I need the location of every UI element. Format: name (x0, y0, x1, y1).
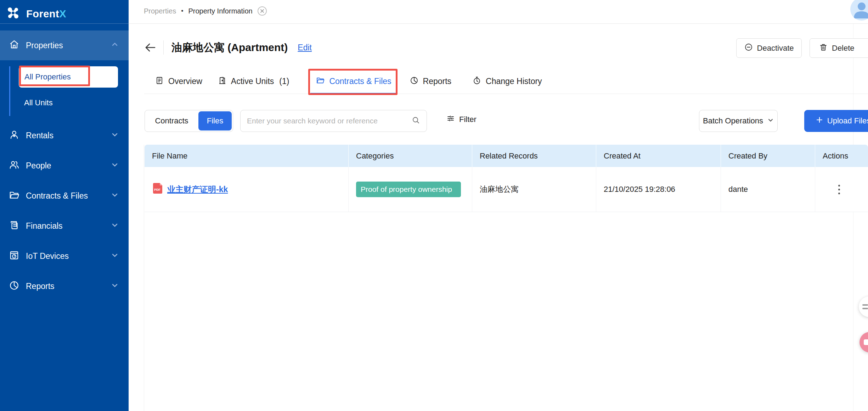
device-icon (9, 250, 19, 263)
chevron-down-icon (767, 116, 774, 126)
delete-button[interactable]: Delete (810, 38, 868, 58)
delete-label: Delete (832, 44, 855, 53)
sidebar-item-financials[interactable]: Financials (0, 211, 129, 241)
active-tab-underline (310, 93, 397, 94)
pie-chart-icon (9, 280, 19, 293)
sidebar-item-label: Properties (26, 41, 111, 50)
search-box (240, 110, 427, 132)
sidebar-item-reports[interactable]: Reports (0, 271, 129, 301)
chevron-down-icon (111, 221, 119, 231)
batch-operations-label: Batch Operations (703, 116, 763, 126)
breadcrumb-separator: • (181, 7, 183, 15)
stopwatch-icon (473, 76, 481, 87)
title-divider (163, 40, 164, 55)
chevron-down-icon (111, 282, 119, 291)
sidebar-item-properties[interactable]: Properties (0, 30, 129, 60)
file-link[interactable]: 业主财产证明-kk (167, 184, 228, 195)
sidebar-item-label: All Units (24, 98, 53, 107)
deactivate-button[interactable]: Deactivate (736, 38, 802, 58)
chevron-down-icon (111, 131, 119, 141)
tab-contracts-files[interactable]: Contracts & Files (316, 69, 391, 94)
filter-button[interactable]: Filter (446, 114, 477, 125)
cell-actions (815, 167, 868, 212)
column-header-actions: Actions (815, 145, 868, 167)
plus-icon (816, 116, 823, 126)
edit-link[interactable]: Edit (298, 43, 312, 52)
tabs: Overview Active Units (1) Contracts & Fi… (144, 69, 868, 94)
chevron-down-icon (111, 161, 119, 171)
table-header: File Name Categories Related Records Cre… (145, 145, 868, 167)
sidebar-item-label: All Properties (24, 72, 71, 82)
kebab-menu-icon[interactable] (838, 185, 840, 194)
tab-overview[interactable]: Overview (155, 69, 202, 94)
sliders-icon (446, 114, 455, 125)
toolbar: Contracts Files Filter Batch Operations (145, 110, 868, 132)
svg-text:PDF: PDF (154, 188, 161, 191)
sidebar-item-label: IoT Devices (26, 251, 111, 261)
back-arrow-icon[interactable] (144, 42, 156, 53)
filter-label: Filter (459, 115, 477, 124)
home-icon (9, 39, 19, 52)
column-header-created-at: Created At (596, 145, 721, 167)
sidebar-item-people[interactable]: People (0, 151, 129, 181)
tab-count: (1) (279, 77, 289, 86)
column-header-categories: Categories (348, 145, 472, 167)
documents-icon (9, 220, 19, 233)
cell-created-at: 21/10/2025 19:28:06 (596, 167, 721, 212)
sidebar-item-label: People (26, 161, 111, 171)
sidebar-item-iot-devices[interactable]: IoT Devices (0, 241, 129, 271)
cell-categories: Proof of property ownership (348, 167, 472, 212)
tab-reports[interactable]: Reports (410, 69, 452, 94)
upload-files-button[interactable]: Upload Files (804, 110, 868, 132)
logo-network-x-icon (6, 6, 21, 22)
brand-name: ForentX (26, 8, 66, 20)
chevron-down-icon (111, 191, 119, 201)
segment-contracts[interactable]: Contracts (145, 116, 198, 126)
folder-icon (316, 76, 325, 87)
category-tag: Proof of property ownership (356, 182, 461, 197)
cell-related-records: 油麻地公寓 (472, 167, 596, 212)
tab-label: Contracts & Files (329, 77, 391, 86)
tab-label: Overview (168, 77, 202, 86)
pdf-file-icon: PDF (152, 182, 163, 196)
sidebar-item-label: Contracts & Files (26, 191, 111, 201)
tab-change-history[interactable]: Change History (473, 69, 542, 94)
deactivate-label: Deactivate (757, 44, 794, 53)
sidebar-item-contracts-files[interactable]: Contracts & Files (0, 181, 129, 211)
close-circle-icon[interactable] (258, 6, 267, 16)
sidebar-item-label: Reports (26, 282, 111, 291)
tab-label: Change History (486, 77, 542, 86)
brand-logo[interactable]: ForentX (0, 0, 129, 23)
segment-files[interactable]: Files (198, 111, 232, 130)
page-title: 油麻地公寓 (Apartment) (171, 40, 288, 55)
person-icon (9, 129, 19, 142)
sidebar-item-label: Financials (26, 221, 111, 231)
chevron-down-icon (111, 251, 119, 261)
submenu-indicator-line (9, 66, 10, 116)
breadcrumb-parent[interactable]: Properties (144, 7, 176, 15)
column-header-related-records: Related Records (472, 145, 596, 167)
sidebar-menu: Rentals People Contracts & Files (0, 121, 129, 301)
chevron-up-icon (111, 40, 119, 50)
tab-active-units[interactable]: Active Units (1) (218, 69, 289, 94)
trash-icon (819, 43, 828, 54)
sidebar-item-all-units[interactable]: All Units (24, 98, 53, 107)
sidebar-item-rentals[interactable]: Rentals (0, 121, 129, 151)
topbar: Properties • Property Information (129, 0, 868, 24)
search-icon[interactable] (412, 116, 420, 126)
cell-file-name: PDF 业主财产证明-kk (145, 167, 348, 212)
tab-label: Active Units (231, 77, 274, 86)
sidebar-item-label: Rentals (26, 131, 111, 140)
breadcrumb: Properties • Property Information (129, 0, 868, 16)
sidebar-divider (0, 23, 129, 24)
search-input[interactable] (247, 117, 412, 125)
sidebar: ForentX Properties All Properties All Un… (0, 0, 129, 411)
cell-created-by: dante (721, 167, 815, 212)
batch-operations-button[interactable]: Batch Operations (699, 110, 778, 132)
user-avatar[interactable] (850, 0, 868, 21)
sidebar-item-all-properties[interactable]: All Properties (19, 66, 118, 88)
minus-circle-icon (744, 43, 753, 54)
content-left-divider (144, 145, 144, 411)
files-table: File Name Categories Related Records Cre… (145, 145, 868, 212)
pie-chart-icon (410, 76, 418, 87)
